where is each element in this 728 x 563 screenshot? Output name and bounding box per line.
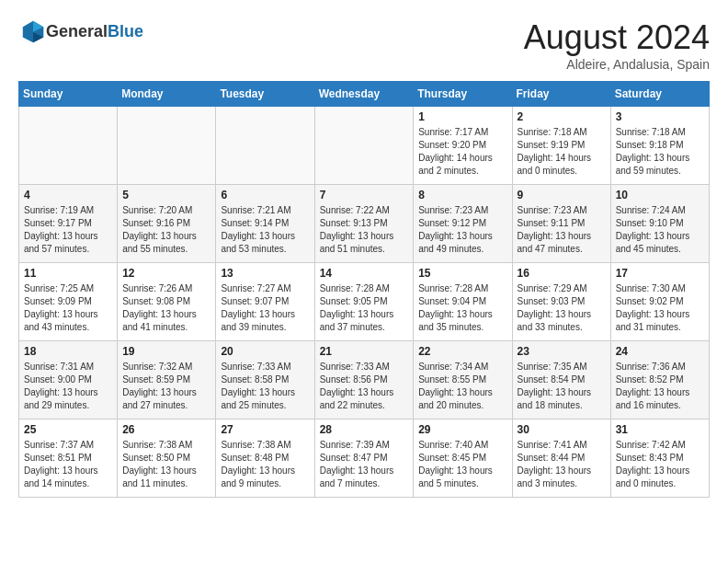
weekday-header: Sunday bbox=[19, 82, 118, 107]
day-number: 6 bbox=[221, 189, 309, 201]
location-subtitle: Aldeire, Andalusia, Spain bbox=[524, 57, 710, 72]
weekday-header: Thursday bbox=[414, 82, 512, 107]
logo-blue-text: Blue bbox=[108, 22, 143, 40]
calendar-cell: 5Sunrise: 7:20 AM Sunset: 9:16 PM Daylig… bbox=[118, 185, 216, 263]
day-number: 27 bbox=[221, 423, 309, 436]
calendar-cell: 27Sunrise: 7:38 AM Sunset: 8:48 PM Dayli… bbox=[216, 419, 314, 498]
calendar-cell: 9Sunrise: 7:23 AM Sunset: 9:11 PM Daylig… bbox=[512, 185, 610, 263]
calendar-cell: 18Sunrise: 7:31 AM Sunset: 9:00 PM Dayli… bbox=[19, 341, 118, 419]
calendar-cell: 22Sunrise: 7:34 AM Sunset: 8:55 PM Dayli… bbox=[414, 341, 512, 419]
day-info: Sunrise: 7:28 AM Sunset: 9:05 PM Dayligh… bbox=[320, 282, 409, 334]
day-number: 12 bbox=[122, 267, 210, 280]
weekday-header: Monday bbox=[118, 82, 216, 107]
day-info: Sunrise: 7:37 AM Sunset: 8:51 PM Dayligh… bbox=[24, 439, 112, 490]
day-number: 19 bbox=[122, 345, 210, 358]
day-number: 17 bbox=[616, 267, 704, 280]
calendar-cell: 30Sunrise: 7:41 AM Sunset: 8:44 PM Dayli… bbox=[512, 419, 610, 498]
day-info: Sunrise: 7:33 AM Sunset: 8:58 PM Dayligh… bbox=[221, 361, 309, 412]
day-number: 15 bbox=[418, 267, 506, 280]
calendar-cell: 29Sunrise: 7:40 AM Sunset: 8:45 PM Dayli… bbox=[414, 419, 512, 498]
day-info: Sunrise: 7:18 AM Sunset: 9:19 PM Dayligh… bbox=[518, 126, 606, 178]
calendar-cell: 17Sunrise: 7:30 AM Sunset: 9:02 PM Dayli… bbox=[610, 263, 709, 341]
calendar-cell: 10Sunrise: 7:24 AM Sunset: 9:10 PM Dayli… bbox=[610, 185, 709, 263]
day-info: Sunrise: 7:38 AM Sunset: 8:48 PM Dayligh… bbox=[221, 439, 309, 490]
calendar-table: SundayMondayTuesdayWednesdayThursdayFrid… bbox=[18, 81, 710, 498]
day-info: Sunrise: 7:18 AM Sunset: 9:18 PM Dayligh… bbox=[616, 126, 704, 178]
calendar-cell: 8Sunrise: 7:23 AM Sunset: 9:12 PM Daylig… bbox=[414, 185, 512, 263]
day-info: Sunrise: 7:38 AM Sunset: 8:50 PM Dayligh… bbox=[122, 439, 210, 490]
day-info: Sunrise: 7:30 AM Sunset: 9:02 PM Dayligh… bbox=[616, 282, 704, 334]
calendar-week-row: 11Sunrise: 7:25 AM Sunset: 9:09 PM Dayli… bbox=[19, 263, 710, 341]
calendar-cell: 14Sunrise: 7:28 AM Sunset: 9:05 PM Dayli… bbox=[314, 263, 414, 341]
day-info: Sunrise: 7:42 AM Sunset: 8:43 PM Dayligh… bbox=[616, 439, 704, 490]
day-info: Sunrise: 7:17 AM Sunset: 9:20 PM Dayligh… bbox=[418, 126, 506, 178]
calendar-cell bbox=[118, 107, 216, 185]
day-number: 28 bbox=[320, 423, 409, 436]
day-number: 31 bbox=[616, 423, 704, 436]
day-number: 13 bbox=[221, 267, 309, 280]
calendar-cell: 7Sunrise: 7:22 AM Sunset: 9:13 PM Daylig… bbox=[314, 185, 414, 263]
day-number: 5 bbox=[122, 189, 210, 201]
day-info: Sunrise: 7:24 AM Sunset: 9:10 PM Dayligh… bbox=[616, 204, 704, 256]
weekday-header: Tuesday bbox=[216, 82, 314, 107]
day-info: Sunrise: 7:25 AM Sunset: 9:09 PM Dayligh… bbox=[24, 282, 112, 334]
calendar-cell: 20Sunrise: 7:33 AM Sunset: 8:58 PM Dayli… bbox=[216, 341, 314, 419]
day-number: 10 bbox=[616, 189, 704, 201]
calendar-week-row: 25Sunrise: 7:37 AM Sunset: 8:51 PM Dayli… bbox=[19, 419, 710, 498]
day-number: 4 bbox=[24, 189, 112, 201]
day-info: Sunrise: 7:39 AM Sunset: 8:47 PM Dayligh… bbox=[320, 439, 409, 490]
day-number: 3 bbox=[616, 110, 704, 123]
logo: GeneralBlue bbox=[18, 18, 143, 44]
day-number: 9 bbox=[518, 189, 606, 201]
day-info: Sunrise: 7:31 AM Sunset: 9:00 PM Dayligh… bbox=[24, 361, 112, 412]
weekday-header: Saturday bbox=[610, 82, 709, 107]
calendar-cell: 25Sunrise: 7:37 AM Sunset: 8:51 PM Dayli… bbox=[19, 419, 118, 498]
day-number: 23 bbox=[518, 345, 606, 358]
calendar-week-row: 18Sunrise: 7:31 AM Sunset: 9:00 PM Dayli… bbox=[19, 341, 710, 419]
day-number: 1 bbox=[418, 110, 506, 123]
title-area: August 2024 Aldeire, Andalusia, Spain bbox=[524, 18, 710, 72]
day-info: Sunrise: 7:32 AM Sunset: 8:59 PM Dayligh… bbox=[122, 361, 210, 412]
calendar-cell bbox=[216, 107, 314, 185]
calendar-cell: 24Sunrise: 7:36 AM Sunset: 8:52 PM Dayli… bbox=[610, 341, 709, 419]
day-info: Sunrise: 7:27 AM Sunset: 9:07 PM Dayligh… bbox=[221, 282, 309, 334]
calendar-cell: 16Sunrise: 7:29 AM Sunset: 9:03 PM Dayli… bbox=[512, 263, 610, 341]
month-year-title: August 2024 bbox=[524, 18, 710, 57]
day-info: Sunrise: 7:21 AM Sunset: 9:14 PM Dayligh… bbox=[221, 204, 309, 256]
day-number: 26 bbox=[122, 423, 210, 436]
day-info: Sunrise: 7:34 AM Sunset: 8:55 PM Dayligh… bbox=[418, 361, 506, 412]
calendar-cell bbox=[314, 107, 414, 185]
day-info: Sunrise: 7:29 AM Sunset: 9:03 PM Dayligh… bbox=[518, 282, 606, 334]
day-info: Sunrise: 7:41 AM Sunset: 8:44 PM Dayligh… bbox=[518, 439, 606, 490]
day-number: 7 bbox=[320, 189, 409, 201]
day-info: Sunrise: 7:23 AM Sunset: 9:11 PM Dayligh… bbox=[518, 204, 606, 256]
day-info: Sunrise: 7:36 AM Sunset: 8:52 PM Dayligh… bbox=[616, 361, 704, 412]
calendar-cell: 31Sunrise: 7:42 AM Sunset: 8:43 PM Dayli… bbox=[610, 419, 709, 498]
calendar-cell: 11Sunrise: 7:25 AM Sunset: 9:09 PM Dayli… bbox=[19, 263, 118, 341]
calendar-cell: 2Sunrise: 7:18 AM Sunset: 9:19 PM Daylig… bbox=[512, 107, 610, 185]
calendar-cell: 15Sunrise: 7:28 AM Sunset: 9:04 PM Dayli… bbox=[414, 263, 512, 341]
day-number: 25 bbox=[24, 423, 112, 436]
day-number: 30 bbox=[518, 423, 606, 436]
day-number: 14 bbox=[320, 267, 409, 280]
calendar-cell: 1Sunrise: 7:17 AM Sunset: 9:20 PM Daylig… bbox=[414, 107, 512, 185]
calendar-week-row: 1Sunrise: 7:17 AM Sunset: 9:20 PM Daylig… bbox=[19, 107, 710, 185]
day-number: 2 bbox=[518, 110, 606, 123]
day-number: 8 bbox=[418, 189, 506, 201]
day-info: Sunrise: 7:40 AM Sunset: 8:45 PM Dayligh… bbox=[418, 439, 506, 490]
day-number: 20 bbox=[221, 345, 309, 358]
logo-general-text: General bbox=[46, 22, 108, 40]
day-info: Sunrise: 7:23 AM Sunset: 9:12 PM Dayligh… bbox=[418, 204, 506, 256]
day-number: 24 bbox=[616, 345, 704, 358]
calendar-cell: 21Sunrise: 7:33 AM Sunset: 8:56 PM Dayli… bbox=[314, 341, 414, 419]
day-info: Sunrise: 7:33 AM Sunset: 8:56 PM Dayligh… bbox=[320, 361, 409, 412]
day-info: Sunrise: 7:19 AM Sunset: 9:17 PM Dayligh… bbox=[24, 204, 112, 256]
day-number: 11 bbox=[24, 267, 112, 280]
calendar-cell: 3Sunrise: 7:18 AM Sunset: 9:18 PM Daylig… bbox=[610, 107, 709, 185]
day-number: 16 bbox=[518, 267, 606, 280]
calendar-cell: 23Sunrise: 7:35 AM Sunset: 8:54 PM Dayli… bbox=[512, 341, 610, 419]
calendar-cell: 26Sunrise: 7:38 AM Sunset: 8:50 PM Dayli… bbox=[118, 419, 216, 498]
day-info: Sunrise: 7:26 AM Sunset: 9:08 PM Dayligh… bbox=[122, 282, 210, 334]
weekday-header-row: SundayMondayTuesdayWednesdayThursdayFrid… bbox=[19, 82, 710, 107]
calendar-cell: 12Sunrise: 7:26 AM Sunset: 9:08 PM Dayli… bbox=[118, 263, 216, 341]
